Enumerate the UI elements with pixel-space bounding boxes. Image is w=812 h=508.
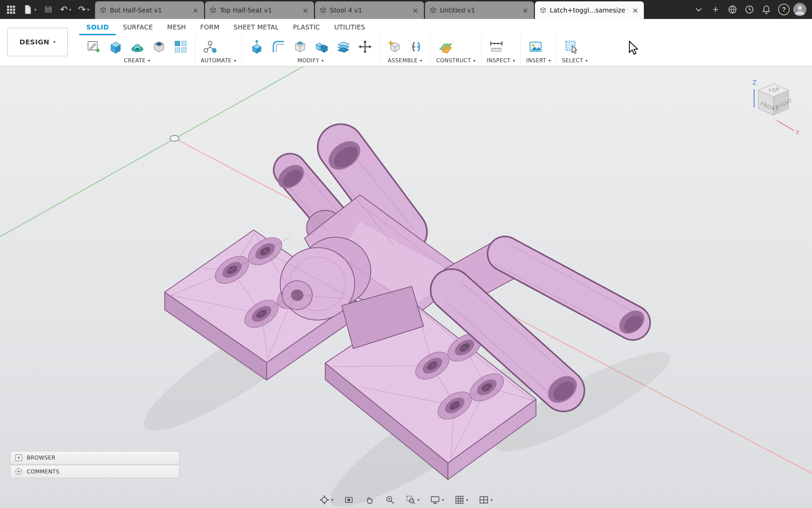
apps-grid-icon[interactable] (3, 2, 18, 17)
fusion-app-window: ▾ ↶ ▾ ↷ ▾ Bot Half-Seat v1 × Top Hal (0, 0, 812, 508)
notifications-bell-icon[interactable] (759, 2, 773, 17)
select-marquee-icon[interactable] (562, 38, 580, 56)
group-construct: CONSTRUCT▾ (431, 35, 481, 66)
create-sketch-icon[interactable] (85, 38, 103, 56)
caret-down-icon: ▾ (148, 59, 150, 63)
viewports-icon[interactable]: ▾ (477, 494, 495, 505)
origin-point[interactable] (170, 135, 179, 141)
workspace-selector[interactable]: DESIGN ▾ (7, 28, 68, 56)
caret-down-icon: ▾ (418, 498, 420, 502)
tab-solid[interactable]: SOLID (79, 19, 116, 35)
document-tab-latch-toggle-active[interactable]: Latch+toggl...samesize v1 × (535, 1, 644, 19)
viewcube-z-label: Z (752, 79, 757, 86)
redo-button[interactable]: ↷ ▾ (76, 2, 92, 17)
group-label-modify[interactable]: MODIFY▾ (247, 57, 374, 64)
group-automate: AUTOMATE▾ (195, 35, 242, 66)
close-icon[interactable]: × (631, 6, 639, 15)
job-status-clock-icon[interactable] (742, 2, 757, 17)
extrude-icon[interactable] (106, 38, 125, 56)
document-tab-label: Latch+toggl...samesize v1 (550, 6, 628, 14)
titlebar: ▾ ↶ ▾ ↷ ▾ Bot Half-Seat v1 × Top Hal (0, 0, 812, 19)
close-icon[interactable]: × (411, 6, 419, 15)
group-label-create[interactable]: CREATE▾ (85, 57, 189, 64)
hole-icon[interactable] (150, 38, 168, 56)
display-settings-icon[interactable]: ▾ (428, 494, 446, 505)
new-file-button[interactable]: ▾ (20, 2, 39, 17)
group-label-automate[interactable]: AUTOMATE▾ (201, 57, 236, 64)
new-tab-plus-icon[interactable]: + (708, 2, 723, 17)
ribbon-toolbar: DESIGN ▾ SOLID SURFACE MESH FORM SHEET M… (0, 19, 812, 66)
extensions-icon[interactable] (725, 2, 740, 17)
tab-utilities[interactable]: UTILITIES (327, 19, 372, 35)
revolve-icon[interactable] (128, 38, 146, 56)
document-tab-bot-half-seat[interactable]: Bot Half-Seat v1 × (95, 1, 204, 19)
viewport[interactable]: Z X TOP FRONT RIGHT BROWSER COMMENTS (0, 66, 812, 508)
caret-down-icon: ▾ (466, 498, 468, 502)
joint-icon[interactable] (407, 38, 425, 56)
look-at-icon[interactable] (342, 494, 356, 505)
document-cube-icon (210, 7, 217, 14)
browser-panel-label: BROWSER (27, 454, 55, 461)
caret-down-icon: ▾ (473, 59, 475, 63)
browser-panel-header[interactable]: BROWSER (10, 451, 179, 464)
close-icon[interactable]: × (191, 6, 199, 15)
tab-mesh[interactable]: MESH (160, 19, 193, 35)
caret-down-icon: ▾ (442, 498, 444, 502)
offset-face-icon[interactable] (334, 38, 352, 56)
undo-button[interactable]: ↶ ▾ (58, 2, 74, 17)
save-button[interactable] (41, 2, 56, 17)
model-latch-toggle[interactable] (131, 135, 679, 508)
caret-down-icon: ▾ (234, 59, 236, 63)
titlebar-quick-actions: ▾ ↶ ▾ ↷ ▾ (0, 0, 95, 19)
help-icon[interactable]: ? (776, 2, 790, 17)
comments-panel-header[interactable]: COMMENTS (10, 465, 179, 478)
titlebar-right-icons: + ? (686, 0, 812, 19)
fillet-icon[interactable] (269, 38, 287, 56)
tab-overflow-chevron-icon[interactable] (692, 2, 706, 17)
avatar[interactable] (793, 3, 807, 16)
tab-plastic[interactable]: PLASTIC (286, 19, 327, 35)
caret-down-icon: ▾ (420, 59, 422, 63)
orbit-icon[interactable]: ▾ (317, 494, 335, 505)
document-tab-top-half-seat[interactable]: Top Half-Seat v1 × (205, 1, 314, 19)
zoom-window-icon[interactable]: ▾ (404, 494, 422, 505)
viewcube-x-axis (777, 120, 794, 130)
new-component-icon[interactable] (385, 38, 403, 56)
navigation-toolbar: ▾ ▾ ▾ ▾ (317, 494, 495, 505)
press-pull-icon[interactable] (247, 38, 266, 56)
measure-icon[interactable] (487, 38, 505, 56)
document-tab-untitled[interactable]: Untitled v1 × (425, 1, 534, 19)
workspace-label: DESIGN (20, 38, 49, 46)
group-label-select[interactable]: SELECT▾ (562, 57, 588, 64)
tab-surface[interactable]: SURFACE (116, 19, 160, 35)
group-label-insert[interactable]: INSERT▾ (526, 57, 551, 64)
caret-down-icon: ▾ (491, 498, 493, 502)
pan-icon[interactable] (362, 494, 377, 505)
insert-canvas-icon[interactable] (526, 38, 544, 56)
shell-icon[interactable] (291, 38, 309, 56)
move-copy-icon[interactable] (356, 38, 374, 56)
document-tab-label: Untitled v1 (440, 6, 518, 14)
automate-icon[interactable] (201, 38, 219, 56)
close-icon[interactable]: × (301, 6, 309, 15)
group-insert: INSERT▾ (521, 35, 557, 66)
tab-form[interactable]: FORM (193, 19, 227, 35)
tab-sheet-metal[interactable]: SHEET METAL (226, 19, 286, 35)
document-tab-stool-4[interactable]: Stool 4 v1 × (315, 1, 424, 19)
group-label-construct[interactable]: CONSTRUCT▾ (436, 57, 475, 64)
close-icon[interactable]: × (521, 6, 529, 15)
combine-icon[interactable] (312, 38, 331, 56)
zoom-icon[interactable] (383, 494, 397, 505)
rectangular-pattern-icon[interactable] (171, 38, 189, 56)
document-cube-icon (540, 7, 546, 14)
caret-down-icon: ▾ (548, 59, 550, 63)
viewcube-x-label: X (795, 129, 799, 136)
document-tab-label: Top Half-Seat v1 (220, 6, 298, 14)
group-label-assemble[interactable]: ASSEMBLE▾ (385, 57, 425, 64)
group-label-inspect[interactable]: INSPECT▾ (487, 57, 515, 64)
group-select: SELECT▾ (557, 35, 593, 66)
construction-plane-icon[interactable] (436, 38, 454, 56)
viewcube[interactable]: Z X TOP FRONT RIGHT (743, 76, 803, 139)
caret-down-icon: ▾ (513, 59, 515, 63)
grid-snaps-icon[interactable]: ▾ (452, 494, 470, 505)
